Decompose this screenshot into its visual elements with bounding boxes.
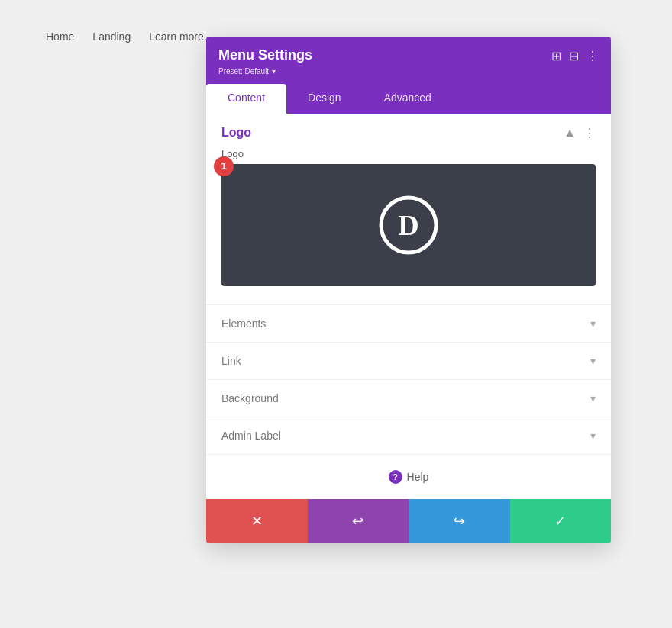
elements-label: Elements: [221, 317, 266, 330]
save-button[interactable]: ✓: [510, 499, 612, 543]
nav-learn-more[interactable]: Learn more...: [149, 31, 212, 43]
modal-header: Menu Settings Preset: Default ▾ ⊞ ⊟ ⋮: [206, 37, 611, 84]
admin-label-label: Admin Label: [221, 430, 281, 442]
link-chevron: ▾: [590, 355, 596, 367]
tab-advanced[interactable]: Advanced: [363, 84, 453, 114]
tab-design[interactable]: Design: [286, 84, 363, 114]
modal-title: Menu Settings: [218, 47, 312, 64]
save-icon: ✓: [554, 513, 566, 530]
fullscreen-icon[interactable]: ⊞: [551, 50, 561, 63]
more-icon[interactable]: ⋮: [586, 50, 599, 63]
modal-header-left: Menu Settings Preset: Default ▾: [218, 47, 312, 76]
logo-section: Logo ▲ ⋮ Logo 1 D: [206, 114, 611, 305]
preset-arrow: ▾: [272, 67, 276, 76]
help-icon: ?: [389, 470, 402, 484]
tabs: Content Design Advanced: [206, 84, 611, 114]
tab-content[interactable]: Content: [206, 84, 286, 114]
elements-chevron: ▾: [590, 317, 596, 330]
nav-home[interactable]: Home: [46, 31, 74, 43]
logo-preview[interactable]: 1 D: [221, 164, 596, 286]
logo-section-header: Logo ▲ ⋮: [221, 126, 596, 140]
admin-label-chevron: ▾: [590, 430, 596, 442]
logo-field-label: Logo: [221, 148, 596, 159]
redo-button[interactable]: ↪: [409, 499, 510, 543]
cancel-button[interactable]: ✕: [206, 499, 308, 543]
logo-menu-icon[interactable]: ⋮: [583, 126, 596, 140]
logo-badge: 1: [214, 156, 234, 176]
cancel-icon: ✕: [251, 513, 263, 530]
logo-collapse-icon[interactable]: ▲: [564, 126, 576, 140]
background-chevron: ▾: [590, 392, 596, 404]
undo-button[interactable]: ↩: [308, 499, 409, 543]
help-row[interactable]: ? Help: [206, 455, 611, 499]
help-label: Help: [407, 471, 429, 483]
background-label: Background: [221, 392, 279, 404]
link-label: Link: [221, 355, 241, 367]
logo-section-title: Logo: [221, 126, 251, 140]
undo-icon: ↩: [352, 513, 363, 530]
modal-header-icons: ⊞ ⊟ ⋮: [551, 50, 599, 63]
link-section[interactable]: Link ▾: [206, 343, 611, 380]
modal-preset[interactable]: Preset: Default ▾: [218, 66, 312, 76]
nav-landing[interactable]: Landing: [92, 31, 131, 43]
redo-icon: ↪: [454, 513, 465, 530]
elements-section[interactable]: Elements ▾: [206, 305, 611, 343]
menu-settings-modal: Menu Settings Preset: Default ▾ ⊞ ⊟ ⋮ Co…: [206, 37, 611, 543]
svg-text:D: D: [398, 209, 418, 241]
admin-label-section[interactable]: Admin Label ▾: [206, 417, 611, 455]
modal-footer: ✕ ↩ ↪ ✓: [206, 499, 611, 543]
background-section[interactable]: Background ▾: [206, 380, 611, 417]
logo-section-header-icons: ▲ ⋮: [564, 126, 596, 140]
modal-body: Logo ▲ ⋮ Logo 1 D Elements ▾ Lin: [206, 114, 611, 499]
background-nav: Home Landing Learn more...: [46, 31, 212, 43]
divi-logo-svg: D: [378, 195, 439, 256]
columns-icon[interactable]: ⊟: [569, 50, 579, 63]
